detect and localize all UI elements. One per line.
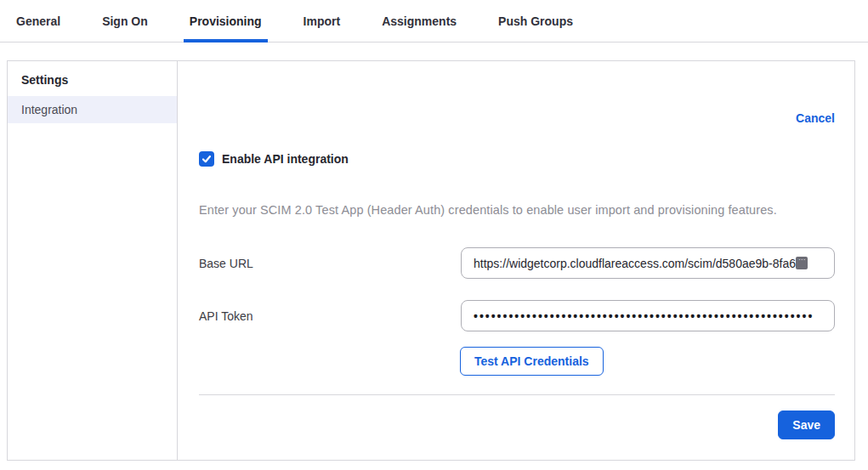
tab-push-groups[interactable]: Push Groups [492, 3, 579, 42]
base-url-label: Base URL [199, 257, 253, 270]
api-token-field-row: API Token ••••••••••••••••••••••••••••••… [199, 300, 835, 331]
settings-sidebar: Settings Integration [8, 61, 178, 460]
text-overflow-marker-icon: ⋯ [796, 257, 808, 269]
save-row: Save [199, 411, 835, 439]
tab-provisioning[interactable]: Provisioning [184, 3, 268, 42]
save-button[interactable]: Save [778, 411, 835, 439]
enable-api-integration-row[interactable]: Enable API integration [199, 151, 835, 167]
tab-sign-on[interactable]: Sign On [96, 3, 154, 42]
tab-general[interactable]: General [10, 3, 66, 42]
provisioning-panel: Settings Integration Cancel Enable API i… [7, 60, 855, 461]
cancel-button[interactable]: Cancel [796, 111, 835, 125]
form-divider [199, 394, 835, 395]
tab-import[interactable]: Import [298, 3, 347, 42]
api-token-label: API Token [199, 309, 253, 323]
tab-assignments[interactable]: Assignments [376, 3, 462, 42]
enable-api-integration-checkbox[interactable] [199, 151, 214, 167]
api-token-input[interactable]: ••••••••••••••••••••••••••••••••••••••••… [461, 300, 835, 331]
enable-api-integration-label: Enable API integration [222, 152, 349, 166]
base-url-field-row: Base URL https://widgetcorp.cloudflareac… [199, 247, 835, 279]
app-tab-bar: General Sign On Provisioning Import Assi… [0, 0, 868, 42]
cancel-row: Cancel [199, 110, 835, 126]
credentials-description: Enter your SCIM 2.0 Test App (Header Aut… [199, 203, 835, 217]
integration-settings-form: Cancel Enable API integration Enter your… [178, 61, 854, 460]
sidebar-heading: Settings [8, 61, 177, 96]
api-token-masked-value: ••••••••••••••••••••••••••••••••••••••••… [474, 309, 814, 323]
base-url-input[interactable]: https://widgetcorp.cloudflareaccess.com/… [461, 247, 835, 279]
base-url-value: https://widgetcorp.cloudflareaccess.com/… [474, 257, 796, 270]
sidebar-item-integration[interactable]: Integration [8, 96, 177, 123]
test-api-credentials-button[interactable]: Test API Credentials [460, 347, 604, 376]
checkmark-icon [201, 154, 212, 164]
